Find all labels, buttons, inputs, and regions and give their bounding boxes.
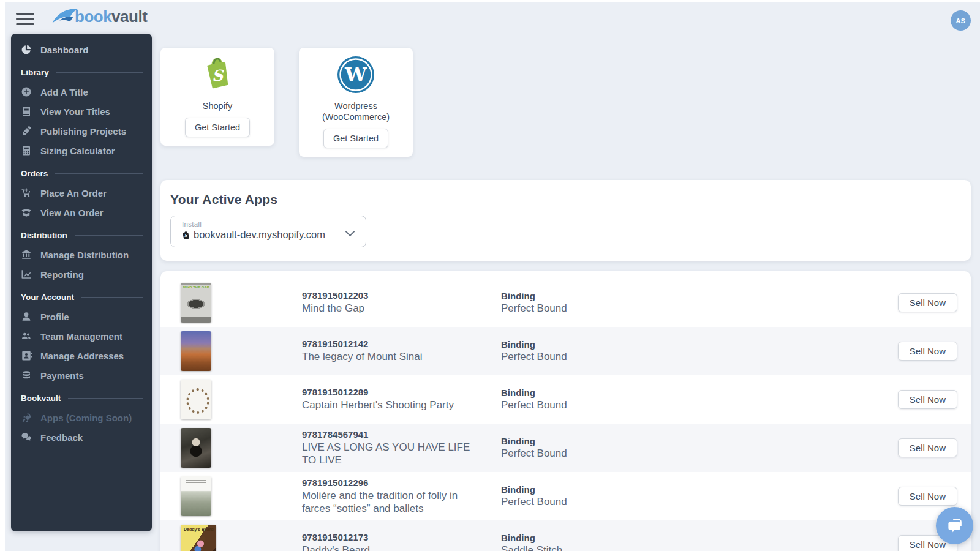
book-cover-thumbnail: MIND THE GAP <box>181 283 211 323</box>
book-row: MIND THE GAP 9781915012203 Mind the Gap … <box>160 279 971 327</box>
section-label: Library <box>21 68 49 77</box>
binding-label: Binding <box>501 484 898 495</box>
binding-label: Binding <box>501 436 898 446</box>
section-label: Bookvault <box>21 394 61 403</box>
pen-nib-icon <box>21 126 32 137</box>
bookvault-logo[interactable]: bookvault <box>51 6 147 27</box>
select-label: Install <box>182 220 357 228</box>
sell-now-button[interactable]: Sell Now <box>898 487 957 506</box>
sidebar-item-manage-distribution[interactable]: Manage Distribution <box>11 245 152 264</box>
sidebar-item-apps-coming-soon[interactable]: Apps (Coming Soon) <box>11 408 152 427</box>
install-store-select[interactable]: Install S bookvault-dev.myshopify.com <box>170 216 366 247</box>
integration-name: Wordpress (WooCommerce) <box>310 100 402 122</box>
books-table-card: MIND THE GAP 9781915012203 Mind the Gap … <box>160 271 971 551</box>
sidebar-section-your-account: Your Account <box>11 284 152 307</box>
sidebar-section-bookvault: Bookvault <box>11 385 152 408</box>
sidebar-item-label: Manage Distribution <box>40 250 129 260</box>
book-row: 9781915012289 Captain Herbert's Shooting… <box>160 375 971 424</box>
sidebar-section-library: Library <box>11 59 152 82</box>
sidebar-item-dashboard[interactable]: Dashboard <box>11 40 152 59</box>
sidebar-item-label: Manage Addresses <box>40 351 124 361</box>
sidebar-item-feedback[interactable]: Feedback <box>11 427 152 447</box>
sidebar-navigation: Dashboard Library Add A Title View Your … <box>11 34 152 531</box>
sidebar-item-label: View An Order <box>40 208 104 218</box>
shopify-integration-card: S Shopify Get Started <box>160 48 274 146</box>
hamburger-menu-icon[interactable] <box>16 12 34 26</box>
book-title: The legacy of Mount Sinai <box>302 350 477 364</box>
building-columns-icon <box>21 249 32 260</box>
book-icon <box>21 106 32 117</box>
book-row: 9781784567941 LIVE AS LONG AS YOU HAVE L… <box>160 424 971 472</box>
selected-store-value: bookvault-dev.myshopify.com <box>194 229 325 241</box>
binding-label: Binding <box>501 339 898 350</box>
active-apps-card: Your Active Apps Install S bookvault-dev… <box>160 180 971 261</box>
sidebar-item-label: Reporting <box>40 269 84 280</box>
wordpress-integration-card: W Wordpress (WooCommerce) Get Started <box>299 48 413 157</box>
section-label: Orders <box>21 169 48 178</box>
address-book-icon <box>21 350 32 361</box>
top-bar: bookvault AS <box>5 2 980 36</box>
binding-label: Binding <box>501 291 898 301</box>
sidebar-item-label: Profile <box>40 312 69 322</box>
sidebar-item-label: View Your Titles <box>40 107 110 117</box>
calculator-icon <box>21 145 32 156</box>
wordpress-icon: W <box>336 55 375 97</box>
book-title: Molière and the tradition of folly in fa… <box>302 489 477 516</box>
binding-label: Binding <box>501 533 898 543</box>
integration-name: Shopify <box>203 100 232 111</box>
sidebar-item-team-management[interactable]: Team Management <box>11 326 152 346</box>
chart-line-icon <box>21 269 32 280</box>
binding-value: Perfect Bound <box>501 302 898 315</box>
box-open-icon <box>21 207 32 218</box>
binding-value: Saddle Stitch <box>501 544 898 551</box>
rocket-icon <box>21 412 32 423</box>
cover-text: Daddy's Beard <box>184 527 216 532</box>
sidebar-item-view-your-titles[interactable]: View Your Titles <box>11 102 152 121</box>
book-cover-thumbnail <box>181 428 211 468</box>
shopify-get-started-button[interactable]: Get Started <box>185 118 250 137</box>
sidebar-item-reporting[interactable]: Reporting <box>11 264 152 284</box>
book-cover-thumbnail <box>181 380 211 419</box>
sidebar-item-label: Place An Order <box>40 188 107 198</box>
user-avatar[interactable]: AS <box>951 10 971 31</box>
book-isbn: 9781915012296 <box>302 478 501 488</box>
sidebar-section-orders: Orders <box>11 160 152 183</box>
chat-bubble-icon <box>944 515 965 536</box>
sidebar-item-sizing-calculator[interactable]: Sizing Calculator <box>11 141 152 160</box>
sell-now-button[interactable]: Sell Now <box>898 438 957 457</box>
sidebar-item-label: Team Management <box>40 331 123 342</box>
logo-text-book: book <box>75 7 111 26</box>
section-label: Distribution <box>21 231 67 240</box>
sidebar-item-label: Dashboard <box>40 45 88 55</box>
svg-text:W: W <box>344 63 368 86</box>
sidebar-item-add-a-title[interactable]: Add A Title <box>11 82 152 102</box>
book-row: 9781915012142 The legacy of Mount Sinai … <box>160 327 971 375</box>
book-row: Daddy's Beard 9781915012173 Daddy's Bear… <box>160 520 971 551</box>
book-title: Captain Herbert's Shooting Party <box>302 399 477 412</box>
sidebar-item-profile[interactable]: Profile <box>11 307 152 326</box>
book-cover-thumbnail <box>181 476 211 516</box>
wordpress-get-started-button[interactable]: Get Started <box>323 129 388 148</box>
main-content: S Shopify Get Started W Wordpress (WooCo… <box>160 36 971 551</box>
comments-icon <box>21 432 32 443</box>
cover-text: MIND THE GAP <box>181 285 211 290</box>
chat-widget-button[interactable] <box>936 507 973 544</box>
sidebar-item-payments[interactable]: Payments <box>11 365 152 385</box>
sell-now-button[interactable]: Sell Now <box>898 293 957 312</box>
active-apps-title: Your Active Apps <box>170 192 961 207</box>
svg-text:S: S <box>212 67 224 84</box>
book-title: Daddy's Beard <box>302 544 477 551</box>
sidebar-item-manage-addresses[interactable]: Manage Addresses <box>11 346 152 365</box>
plus-circle-icon <box>21 86 32 97</box>
sell-now-button[interactable]: Sell Now <box>898 342 957 361</box>
sidebar-item-label: Add A Title <box>40 87 88 97</box>
sidebar-item-publishing-projects[interactable]: Publishing Projects <box>11 121 152 141</box>
integration-cards: S Shopify Get Started W Wordpress (WooCo… <box>160 48 971 157</box>
shopify-bag-icon: S <box>182 230 190 240</box>
book-isbn: 9781915012203 <box>302 290 501 301</box>
user-icon <box>21 311 32 322</box>
sidebar-item-place-an-order[interactable]: Place An Order <box>11 183 152 203</box>
sidebar-item-label: Feedback <box>40 432 83 443</box>
sidebar-item-view-an-order[interactable]: View An Order <box>11 203 152 222</box>
sell-now-button[interactable]: Sell Now <box>898 390 957 409</box>
